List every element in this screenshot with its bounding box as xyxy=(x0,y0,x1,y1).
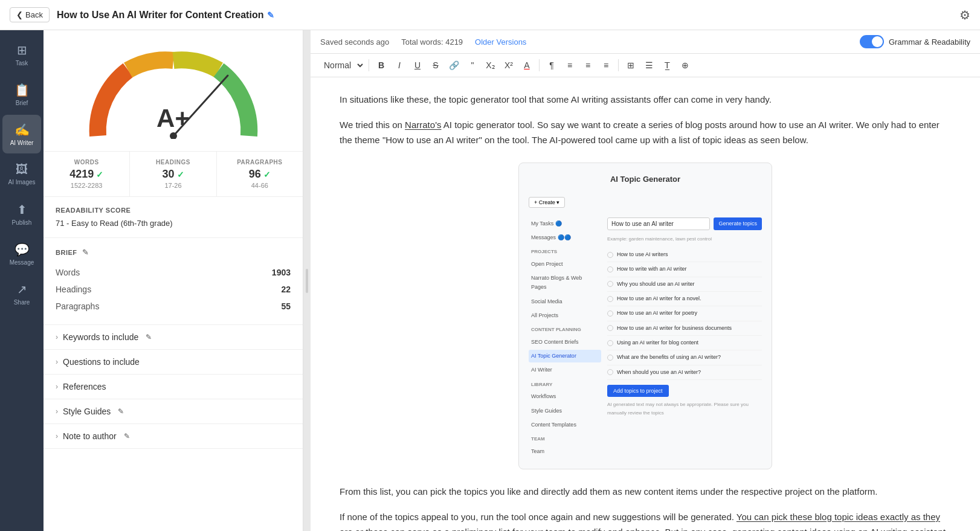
brief-words-key: Words xyxy=(56,268,80,277)
ai-gen-style-guides: Style Guides xyxy=(529,405,601,417)
ai-gen-content-templates: Content Templates xyxy=(529,419,601,431)
total-words: Total words: 4219 xyxy=(401,37,463,47)
older-versions-link[interactable]: Older Versions xyxy=(475,37,526,47)
ordered-list-button[interactable]: ≡ xyxy=(561,58,578,72)
readability-section: READABILITY SCORE 71 - Easy to Read (6th… xyxy=(44,197,303,238)
format-divider-3 xyxy=(618,59,619,71)
message-label: Message xyxy=(10,259,34,266)
image-button[interactable]: ⊞ xyxy=(622,58,639,72)
collapsible-questions[interactable]: › Questions to include xyxy=(44,350,303,375)
collapsible-style-guides[interactable]: › Style Guides ✎ xyxy=(44,399,303,424)
ai-gen-option-2: How to write with an AI writer xyxy=(607,262,762,277)
ai-gen-option-5: How to use an AI writer for poetry xyxy=(607,306,762,321)
ai-gen-topic-input[interactable] xyxy=(607,217,710,230)
paragraph-button[interactable]: ¶ xyxy=(543,58,560,72)
panel-resizer[interactable] xyxy=(303,30,311,531)
paragraphs-label: PARAGRAPHS xyxy=(227,159,293,166)
ai-writer-label: AI Writer xyxy=(10,140,34,146)
format-toolbar: Normal B I U S 🔗 " X₂ X² A ¶ ≡ ≡ ≡ ⊞ ☰ T… xyxy=(311,54,980,77)
brief-section: BRIEF ✎ Words 1903 Headings 22 Paragraph… xyxy=(44,238,303,325)
subscript-button[interactable]: X₂ xyxy=(482,58,499,72)
strikethrough-button[interactable]: S xyxy=(427,58,444,72)
gauge-area: A+ xyxy=(44,30,303,152)
keywords-label: Keywords to include xyxy=(63,332,138,342)
underline-button[interactable]: U xyxy=(409,58,426,72)
ai-gen-create-btn[interactable]: + Create ▾ xyxy=(529,197,565,208)
content-para-3: From this list, you can pick the topics … xyxy=(340,484,951,500)
brief-paragraphs-key: Paragraphs xyxy=(56,301,99,311)
ai-gen-team-section: TEAM xyxy=(529,435,601,443)
collapsible-references[interactable]: › References xyxy=(44,375,303,399)
stat-paragraphs: PARAGRAPHS 96 ✓ 44-66 xyxy=(217,152,303,196)
brief-row-paragraphs: Paragraphs 55 xyxy=(56,298,291,315)
settings-icon[interactable]: ⚙ xyxy=(959,8,970,22)
brief-edit-icon[interactable]: ✎ xyxy=(82,248,89,257)
ai-gen-option-4: How to use an AI writer for a novel. xyxy=(607,292,762,306)
clear-format-button[interactable]: T̲ xyxy=(659,58,675,72)
references-label: References xyxy=(63,382,106,391)
font-color-button[interactable]: A xyxy=(518,58,535,72)
paragraphs-range: 44-66 xyxy=(227,182,293,189)
brief-words-val: 1903 xyxy=(272,268,291,277)
sidebar-item-task[interactable]: ⊞ Task xyxy=(2,35,41,74)
italic-button[interactable]: I xyxy=(391,58,408,72)
ai-gen-hint: Example: garden maintenance, lawn pest c… xyxy=(607,235,762,243)
ai-gen-library-section: LIBRARY xyxy=(529,381,601,389)
quote-button[interactable]: " xyxy=(464,58,481,72)
title-edit-icon[interactable]: ✎ xyxy=(267,10,274,20)
top-bar-left: ❮ Back How to Use An AI Writer for Conte… xyxy=(10,7,274,22)
sidebar-item-brief[interactable]: 📋 Brief xyxy=(2,75,41,114)
brief-paragraphs-val: 55 xyxy=(281,301,291,311)
grammar-label: Grammar & Readability xyxy=(889,37,970,47)
readability-score: 71 - Easy to Read (6th-7th grade) xyxy=(56,219,291,228)
ai-gen-ai-writer: AI Writer xyxy=(529,364,601,376)
collapsible-note-to-author[interactable]: › Note to author ✎ xyxy=(44,424,303,449)
unordered-list-button[interactable]: ≡ xyxy=(579,58,596,72)
keywords-edit-icon[interactable]: ✎ xyxy=(146,333,152,341)
readability-title: READABILITY SCORE xyxy=(56,207,291,214)
ai-gen-open-project: Open Project xyxy=(529,258,601,271)
sidebar-item-share[interactable]: ↗ Share xyxy=(2,274,41,313)
sidebar-item-publish[interactable]: ⬆ Publish xyxy=(2,195,41,233)
para4-prefix: If none of the topics appeal to you, run… xyxy=(340,512,737,522)
ai-gen-workflows: Workflows xyxy=(529,390,601,403)
ai-writer-icon: ✍ xyxy=(15,123,30,137)
publish-icon: ⬆ xyxy=(17,202,27,217)
words-check-icon: ✓ xyxy=(96,170,103,179)
superscript-button[interactable]: X² xyxy=(500,58,517,72)
questions-label: Questions to include xyxy=(63,357,140,367)
publish-label: Publish xyxy=(12,219,32,226)
headings-range: 17-26 xyxy=(140,182,206,189)
style-guides-chevron-icon: › xyxy=(56,407,58,416)
task-label: Task xyxy=(16,60,28,66)
content-para-1: In situations like these, the topic gene… xyxy=(340,92,951,108)
table-button[interactable]: ☰ xyxy=(640,58,657,72)
style-select[interactable]: Normal xyxy=(318,57,365,73)
collapsible-references-header: › References xyxy=(56,382,291,391)
narrato-link[interactable]: Narrato's xyxy=(405,120,441,130)
back-button[interactable]: ❮ Back xyxy=(10,7,50,22)
indent-button[interactable]: ≡ xyxy=(598,58,614,72)
ai-gen-add-topics-btn[interactable]: Add topics to project xyxy=(607,385,669,397)
collapsible-note-header: › Note to author ✎ xyxy=(56,431,291,441)
sidebar-item-message[interactable]: 💬 Message xyxy=(2,234,41,273)
style-guides-edit-icon[interactable]: ✎ xyxy=(118,407,124,416)
note-edit-icon[interactable]: ✎ xyxy=(124,432,130,440)
collapsible-keywords[interactable]: › Keywords to include ✎ xyxy=(44,325,303,350)
grammar-toggle[interactable] xyxy=(860,35,884,48)
insert-button[interactable]: ⊕ xyxy=(677,58,694,72)
sidebar-item-ai-writer[interactable]: ✍ AI Writer xyxy=(2,115,41,153)
brief-header: BRIEF ✎ xyxy=(56,248,291,257)
brief-headings-val: 22 xyxy=(281,285,291,294)
words-value: 4219 ✓ xyxy=(53,168,120,181)
link-button[interactable]: 🔗 xyxy=(445,58,463,72)
paragraphs-check-icon: ✓ xyxy=(263,170,271,179)
ai-gen-option-8: What are the benefits of using an AI wri… xyxy=(607,350,762,365)
sidebar-item-ai-images[interactable]: 🖼 AI Images xyxy=(2,155,41,193)
task-icon: ⊞ xyxy=(17,43,27,57)
questions-chevron-icon: › xyxy=(56,358,58,366)
ai-gen-generate-btn[interactable]: Generate topics xyxy=(714,217,762,230)
ai-gen-seo-briefs: SEO Content Briefs xyxy=(529,336,601,349)
editor-content[interactable]: In situations like these, the topic gene… xyxy=(311,77,980,531)
bold-button[interactable]: B xyxy=(373,58,390,72)
